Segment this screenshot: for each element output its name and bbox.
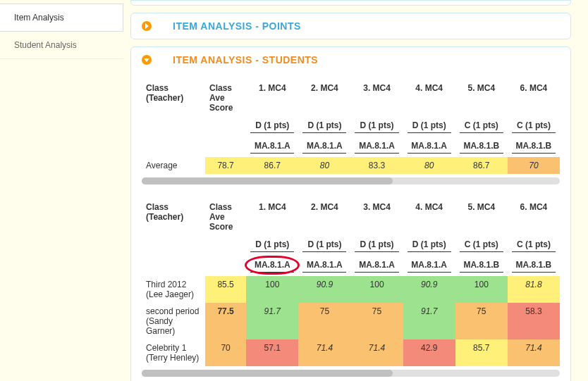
key-q5: C (1 pts) bbox=[460, 120, 503, 133]
sidebar: Item Analysis Student Analysis bbox=[0, 0, 123, 381]
cell-1-5: 58.3 bbox=[508, 303, 560, 339]
std-q5: MA.8.1.B bbox=[460, 141, 503, 154]
std-q2: MA.8.1.A bbox=[302, 141, 346, 154]
table-row: Celebrity 1 (Terry Henley) 70 57.1 71.4 … bbox=[142, 339, 560, 366]
key2-q5: C (1 pts) bbox=[460, 239, 503, 252]
cell-class-0: Third 2012 (Lee Jaeger) bbox=[142, 276, 205, 303]
panel-points-title: ITEM ANALYSIS - POINTS bbox=[173, 20, 301, 32]
cell-1-0: 91.7 bbox=[246, 303, 298, 339]
cell-0-3: 90.9 bbox=[403, 276, 455, 303]
hdr-q2: 2. MC4 bbox=[298, 80, 350, 116]
table-average: Class (Teacher) Class Ave Score 1. MC4 2… bbox=[142, 80, 560, 174]
panel-stub bbox=[130, 0, 571, 6]
main-content: ITEM ANALYSIS - POINTS ITEM ANALYSIS - S… bbox=[123, 0, 578, 381]
hdr-class: Class (Teacher) bbox=[142, 80, 205, 116]
hdr2-q3: 3. MC4 bbox=[350, 199, 403, 235]
std2-q1[interactable]: MA.8.1.A bbox=[250, 260, 294, 273]
key-q6: C (1 pts) bbox=[512, 120, 556, 133]
std-q1: MA.8.1.A bbox=[250, 141, 294, 154]
panel-students-title: ITEM ANALYSIS - STUDENTS bbox=[173, 54, 318, 65]
cell-2-0: 57.1 bbox=[246, 339, 298, 366]
cell-2-1: 71.4 bbox=[298, 339, 350, 366]
hdr-q3: 3. MC4 bbox=[350, 80, 403, 116]
key2-q4: D (1 pts) bbox=[408, 239, 451, 252]
scrollbar-table1[interactable] bbox=[142, 177, 560, 185]
cell-2-3: 42.9 bbox=[403, 339, 455, 366]
cell-score-2: 70 bbox=[205, 339, 246, 366]
key-q3: D (1 pts) bbox=[355, 120, 398, 133]
sidebar-item-item-analysis[interactable]: Item Analysis bbox=[0, 4, 123, 32]
hdr-q6: 6. MC4 bbox=[508, 80, 560, 116]
cell-0-4: 100 bbox=[455, 276, 508, 303]
std-q3: MA.8.1.A bbox=[355, 141, 398, 154]
hdr-q1: 1. MC4 bbox=[246, 80, 298, 116]
hdr-q5: 5. MC4 bbox=[455, 80, 508, 116]
cell-avg-1: 86.7 bbox=[246, 157, 298, 174]
std2-q2[interactable]: MA.8.1.A bbox=[302, 260, 346, 273]
std-q4: MA.8.1.A bbox=[408, 141, 451, 154]
key-q4: D (1 pts) bbox=[408, 120, 451, 133]
std2-q3[interactable]: MA.8.1.A bbox=[355, 260, 398, 273]
std2-q5[interactable]: MA.8.1.B bbox=[460, 260, 503, 273]
cell-avg-score: 78.7 bbox=[205, 157, 246, 174]
cell-avg-5: 86.7 bbox=[455, 157, 508, 174]
hdr2-q1: 1. MC4 bbox=[246, 199, 298, 235]
hdr2-class: Class (Teacher) bbox=[142, 199, 205, 235]
cell-avg-6: 70 bbox=[508, 157, 560, 174]
cell-1-4: 75 bbox=[455, 303, 508, 339]
cell-avg-label: Average bbox=[142, 157, 205, 174]
cell-1-2: 75 bbox=[350, 303, 403, 339]
cell-1-3: 91.7 bbox=[403, 303, 455, 339]
hdr2-avg-score: Class Ave Score bbox=[205, 199, 246, 235]
table-row: second period (Sandy Garner) 77.5 91.7 7… bbox=[142, 303, 560, 339]
panel-points: ITEM ANALYSIS - POINTS bbox=[130, 13, 571, 39]
hdr-q4: 4. MC4 bbox=[403, 80, 455, 116]
std-q6: MA.8.1.B bbox=[512, 141, 556, 154]
cell-class-1: second period (Sandy Garner) bbox=[142, 303, 205, 339]
key2-q1: D (1 pts) bbox=[250, 239, 294, 252]
cell-2-4: 85.7 bbox=[455, 339, 508, 366]
cell-score-1: 77.5 bbox=[205, 303, 246, 339]
sidebar-item-student-analysis[interactable]: Student Analysis bbox=[0, 32, 123, 59]
table-row: Third 2012 (Lee Jaeger) 85.5 100 90.9 10… bbox=[142, 276, 560, 303]
std2-q6[interactable]: MA.8.1.B bbox=[512, 260, 556, 273]
hdr2-q2: 2. MC4 bbox=[298, 199, 350, 235]
cell-0-5: 81.8 bbox=[508, 276, 560, 303]
cell-avg-2: 80 bbox=[298, 157, 350, 174]
cell-class-2: Celebrity 1 (Terry Henley) bbox=[142, 339, 205, 366]
cell-2-2: 71.4 bbox=[350, 339, 403, 366]
cell-score-0: 85.5 bbox=[205, 276, 246, 303]
hdr-avg-score: Class Ave Score bbox=[205, 80, 246, 116]
cell-avg-3: 83.3 bbox=[350, 157, 403, 174]
cell-0-0: 100 bbox=[246, 276, 298, 303]
cell-1-1: 75 bbox=[298, 303, 350, 339]
hdr2-q4: 4. MC4 bbox=[403, 199, 455, 235]
key2-q6: C (1 pts) bbox=[512, 239, 556, 252]
cell-0-1: 90.9 bbox=[298, 276, 350, 303]
panel-students-header[interactable]: ITEM ANALYSIS - STUDENTS bbox=[131, 47, 570, 73]
key-q1: D (1 pts) bbox=[250, 120, 294, 133]
hdr2-q6: 6. MC4 bbox=[508, 199, 560, 235]
scrollbar-table2[interactable] bbox=[142, 370, 560, 377]
table-classes: Class (Teacher) Class Ave Score 1. MC4 2… bbox=[142, 199, 560, 366]
chevron-right-icon bbox=[142, 21, 152, 31]
key-q2: D (1 pts) bbox=[302, 120, 346, 133]
hdr2-q5: 5. MC4 bbox=[455, 199, 508, 235]
std2-q4[interactable]: MA.8.1.A bbox=[408, 260, 451, 273]
key2-q3: D (1 pts) bbox=[355, 239, 398, 252]
cell-avg-4: 80 bbox=[403, 157, 455, 174]
cell-2-5: 71.4 bbox=[508, 339, 560, 366]
chevron-down-icon bbox=[142, 55, 152, 65]
panel-points-header[interactable]: ITEM ANALYSIS - POINTS bbox=[131, 13, 570, 39]
key2-q2: D (1 pts) bbox=[302, 239, 346, 252]
panel-students: ITEM ANALYSIS - STUDENTS Class (Teacher)… bbox=[130, 46, 571, 381]
row-average: Average 78.7 86.7 80 83.3 80 86.7 70 bbox=[142, 157, 560, 174]
cell-0-2: 100 bbox=[350, 276, 403, 303]
